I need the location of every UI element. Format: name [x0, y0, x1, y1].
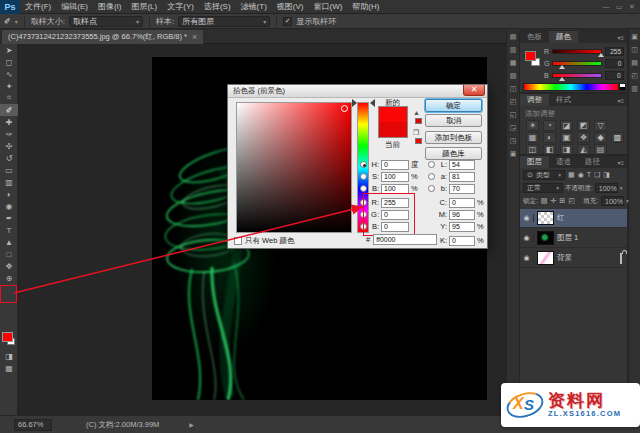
h-radio[interactable]	[360, 161, 367, 168]
layer-name[interactable]: 图层 1	[557, 233, 578, 243]
quick-select-tool[interactable]: ✦	[0, 80, 18, 92]
layer-filter-dropdown[interactable]: ⊙ 类型 ▾	[523, 170, 565, 180]
color-field-marker[interactable]	[341, 105, 348, 112]
tool-preset-caret-icon[interactable]: ▾	[15, 18, 18, 25]
adjustment-icon-1-2[interactable]: ▣	[560, 132, 573, 143]
blend-mode-dropdown[interactable]: 正常 ▾	[523, 183, 563, 193]
eyedropper-tool-icon[interactable]: ✐	[4, 17, 11, 26]
show-sampling-ring-checkbox[interactable]: ✓	[283, 17, 292, 26]
dock-panel-icon-3[interactable]: ▧	[507, 69, 519, 82]
tab-swatches[interactable]: 色板	[520, 31, 549, 43]
panel-menu-icon[interactable]: ▾≡	[617, 94, 627, 106]
gradient-tool[interactable]: ▥	[0, 176, 18, 188]
type-tool[interactable]: T	[0, 224, 18, 236]
m-input[interactable]	[449, 210, 475, 220]
a-radio[interactable]	[428, 173, 435, 180]
visibility-eye-icon[interactable]: ◉	[520, 254, 534, 262]
g-radio[interactable]	[360, 211, 367, 218]
dialog-title-bar[interactable]: 拾色器 (前景色)	[228, 85, 487, 98]
marquee-tool[interactable]: ◻	[0, 56, 18, 68]
lab-b-radio[interactable]	[428, 185, 435, 192]
lock-icon-1[interactable]: ✛	[550, 197, 556, 205]
r-radio[interactable]	[360, 199, 367, 206]
dock-icon-0[interactable]: ▣	[629, 30, 640, 43]
l-input[interactable]	[449, 160, 475, 170]
shape-tool[interactable]: □	[0, 248, 18, 260]
close-icon[interactable]: ✕	[627, 3, 637, 11]
fill-dropdown[interactable]: 100% ▾	[601, 196, 624, 206]
visibility-eye-icon[interactable]: ◉	[520, 214, 534, 222]
adjustment-icon-1-1[interactable]: ◐	[543, 132, 556, 143]
ok-button[interactable]: 确定	[425, 99, 482, 112]
adjustment-icon-2-1[interactable]: ◧	[543, 144, 556, 155]
zoom-tool[interactable]: ⊕	[0, 272, 18, 284]
screen-mode-icon[interactable]: ▦	[0, 364, 18, 373]
layer-thumbnail[interactable]	[537, 231, 554, 245]
layer-filter-icon-2[interactable]: T	[587, 171, 591, 179]
layer-name[interactable]: 背景	[557, 253, 572, 263]
gamut-warning-icon[interactable]: ▲	[413, 109, 420, 116]
b2-radio[interactable]	[360, 223, 367, 230]
gamut-color-chip[interactable]	[415, 118, 422, 124]
b-radio[interactable]	[360, 185, 367, 192]
path-select-tool[interactable]: ▲	[0, 236, 18, 248]
tab-styles[interactable]: 样式	[549, 94, 578, 106]
blue-slider-value[interactable]: 0	[605, 71, 624, 80]
sample-dropdown[interactable]: 所有图层 ▾	[178, 16, 270, 27]
layer-thumbnail[interactable]	[537, 211, 554, 225]
tab-paths[interactable]: 路径	[578, 156, 607, 168]
quick-mask-icon[interactable]: ◨	[0, 352, 18, 361]
eyedropper-tool[interactable]: ✐	[0, 104, 18, 116]
green-slider-value[interactable]: 0	[605, 59, 624, 68]
adjustment-icon-1-3[interactable]: ❖	[577, 132, 590, 143]
web-safe-color-chip[interactable]	[415, 138, 422, 144]
adjustment-icon-1-4[interactable]: ◆	[594, 132, 607, 143]
lock-icon-2[interactable]: ⊞	[559, 197, 565, 205]
web-safe-cube-icon[interactable]: ❒	[413, 129, 419, 137]
y-input[interactable]	[449, 222, 475, 232]
adjustment-icon-1-0[interactable]: ▦	[526, 132, 539, 143]
cancel-button[interactable]: 取消	[425, 114, 482, 127]
eraser-tool[interactable]: ▭	[0, 164, 18, 176]
healing-brush-tool[interactable]: ✚	[0, 116, 18, 128]
dock-panel-icon-2[interactable]: ▦	[507, 56, 519, 69]
hue-slider-arrow-left[interactable]	[352, 99, 357, 107]
dock-panel-icon-9[interactable]: ▣	[507, 147, 519, 160]
s-radio[interactable]	[360, 173, 367, 180]
dock-icon-4[interactable]: ▥	[629, 82, 640, 95]
tab-channels[interactable]: 通道	[549, 156, 578, 168]
lab-b-input[interactable]	[449, 184, 475, 194]
r-input[interactable]	[381, 198, 409, 208]
adjustment-icon-0-4[interactable]: ▽	[594, 120, 607, 131]
current-color-swatch[interactable]	[378, 122, 408, 138]
b-input[interactable]	[381, 184, 409, 194]
dialog-close-button[interactable]: ✕	[463, 85, 485, 96]
visibility-eye-icon[interactable]: ◉	[520, 234, 534, 242]
tab-layers[interactable]: 图层	[520, 156, 549, 168]
b2-input[interactable]	[381, 222, 409, 232]
menu-item-8[interactable]: 窗口(W)	[308, 0, 347, 14]
dock-panel-icon-1[interactable]: ▥	[507, 43, 519, 56]
crop-tool[interactable]: ⌗	[0, 92, 18, 104]
minimize-icon[interactable]: —	[601, 3, 611, 11]
color-ramp[interactable]	[523, 83, 619, 91]
menu-item-7[interactable]: 视图(V)	[272, 0, 309, 14]
color-ramp-bw-swatches[interactable]	[619, 83, 626, 91]
a-input[interactable]	[449, 172, 475, 182]
red-slider[interactable]	[552, 49, 602, 54]
close-tab-icon[interactable]: ×	[192, 32, 197, 42]
menu-item-2[interactable]: 图像(I)	[93, 0, 127, 14]
menu-item-1[interactable]: 编辑(E)	[56, 0, 93, 14]
dock-icon-1[interactable]: ◫	[629, 43, 640, 56]
lock-icon-0[interactable]: ▨	[541, 197, 548, 205]
menu-item-4[interactable]: 文字(Y)	[162, 0, 199, 14]
dock-panel-icon-5[interactable]: ◰	[507, 95, 519, 108]
dodge-tool[interactable]: ◉	[0, 200, 18, 212]
restore-icon[interactable]: ▭	[614, 3, 624, 11]
dock-panel-icon-8[interactable]: ◳	[507, 134, 519, 147]
dock-icon-2[interactable]: ▤	[629, 56, 640, 69]
blue-slider[interactable]	[552, 73, 602, 78]
c-input[interactable]	[449, 198, 475, 208]
layer-row-layer1[interactable]: ◉ 图层 1	[520, 229, 627, 248]
layer-filter-icon-4[interactable]: ◨	[603, 171, 610, 179]
